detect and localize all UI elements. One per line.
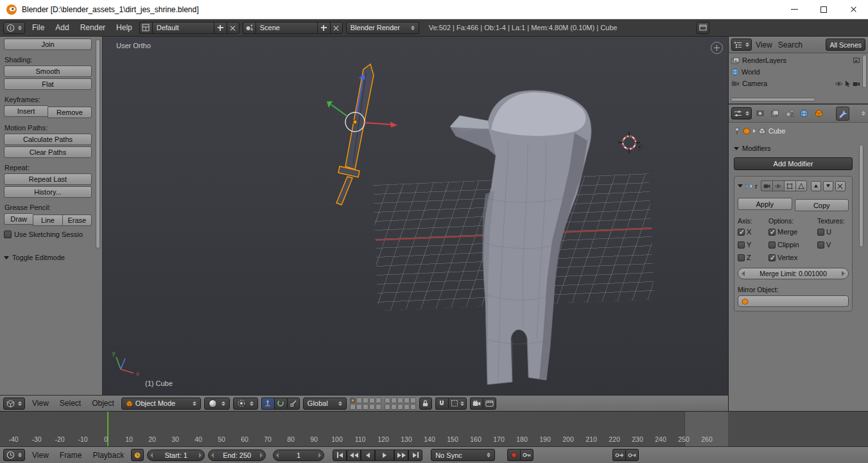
screen-browse-button[interactable]: [139, 22, 152, 34]
timeline-menu-frame[interactable]: Frame: [56, 451, 86, 460]
layer-cell[interactable]: [350, 397, 356, 403]
scene-add-button[interactable]: [317, 22, 330, 34]
axis-x-checkbox[interactable]: X: [738, 228, 767, 236]
renderlayer-toggle-icon[interactable]: [853, 57, 860, 64]
mirror-object-field[interactable]: [738, 295, 849, 307]
layer-cell[interactable]: [385, 404, 390, 410]
menu-add[interactable]: Add: [51, 23, 73, 32]
layer-cell[interactable]: [404, 397, 410, 403]
viewport-3d[interactable]: x y User Ortho (1) Cube: [103, 37, 728, 395]
history-button[interactable]: History...: [4, 186, 92, 198]
modifier-expand-icon[interactable]: [738, 184, 743, 188]
texture-u-checkbox[interactable]: U: [817, 228, 849, 236]
layer-cell[interactable]: [363, 404, 369, 410]
merge-checkbox[interactable]: Merge: [768, 228, 816, 236]
timeline-menu-view[interactable]: View: [28, 451, 53, 460]
modifier-name-field[interactable]: r: [755, 182, 758, 190]
layer-cell[interactable]: [369, 397, 375, 403]
prev-keyframe-button[interactable]: [347, 450, 361, 461]
layer-cell[interactable]: [397, 397, 403, 403]
outliner-item-camera[interactable]: Camera: [731, 78, 860, 89]
layer-cell[interactable]: [410, 397, 416, 403]
clipping-checkbox[interactable]: Clippin: [768, 241, 816, 249]
vertex-groups-checkbox[interactable]: Vertex: [768, 254, 816, 261]
modifier-apply-button[interactable]: Apply: [738, 198, 792, 210]
maximize-button[interactable]: [809, 0, 838, 19]
layer-cell[interactable]: [356, 397, 362, 403]
breadcrumb-data-icon[interactable]: [758, 127, 766, 135]
outliner-menu-view[interactable]: View: [754, 40, 774, 49]
layer-cell[interactable]: [397, 404, 403, 410]
layer-cell[interactable]: [350, 404, 356, 410]
snap-element-dropdown[interactable]: [448, 397, 467, 410]
modifier-render-toggle[interactable]: [761, 180, 772, 191]
manipulator-rotate-button[interactable]: [274, 397, 287, 410]
sword-object[interactable]: [336, 64, 374, 205]
opengl-render-button[interactable]: [470, 397, 483, 410]
chevron-down-icon[interactable]: [862, 111, 865, 116]
mesh-object[interactable]: [450, 91, 591, 385]
region-expand-button[interactable]: [711, 42, 723, 54]
outliner-hscrollbar[interactable]: [731, 98, 815, 101]
layer-cell[interactable]: [410, 404, 416, 410]
modifier-cage-toggle[interactable]: [795, 180, 807, 191]
editor-type-button-info[interactable]: [3, 22, 25, 34]
next-keyframe-button[interactable]: [394, 450, 408, 461]
scene-browse-button[interactable]: [243, 22, 256, 34]
modifier-copy-button[interactable]: Copy: [795, 199, 849, 211]
frame-start-field[interactable]: Start: 1: [147, 450, 205, 461]
jump-to-end-button[interactable]: [408, 450, 422, 461]
texture-v-checkbox[interactable]: V: [817, 241, 849, 249]
opengl-render-anim-button[interactable]: [483, 397, 496, 410]
layer-cell[interactable]: [369, 404, 375, 410]
properties-scrollbar[interactable]: [859, 144, 864, 247]
last-operator-panel-header[interactable]: Toggle Editmode: [4, 254, 92, 261]
field-right-arrow-icon[interactable]: [199, 453, 202, 458]
smooth-button[interactable]: Smooth: [4, 66, 92, 77]
eye-icon[interactable]: [835, 81, 843, 87]
menu-view3d-object[interactable]: Object: [88, 399, 118, 408]
delete-keyframe-button-header[interactable]: [625, 449, 639, 461]
use-sketching-checkbox[interactable]: Use Sketching Sessio: [4, 231, 92, 238]
modifier-move-up-button[interactable]: [811, 181, 821, 191]
layer-cell[interactable]: [404, 404, 410, 410]
render-restrict-icon[interactable]: [853, 81, 860, 87]
repeat-last-button[interactable]: Repeat Last: [4, 173, 92, 185]
field-left-arrow-icon[interactable]: [211, 453, 214, 458]
slider-left-arrow-icon[interactable]: [742, 271, 745, 276]
insert-keyframe-button[interactable]: Insert: [4, 105, 48, 117]
scene-name-field[interactable]: Scene: [256, 22, 317, 34]
screen-delete-button[interactable]: [227, 22, 239, 34]
timeline-menu-playback[interactable]: Playback: [89, 451, 128, 460]
viewport-canvas[interactable]: x y: [103, 37, 728, 395]
modifier-editmode-toggle[interactable]: [784, 180, 795, 191]
timeline-ruler[interactable]: -40-30-20-100102030405060708090100110120…: [0, 411, 868, 446]
viewport-shading-dropdown[interactable]: [204, 397, 230, 410]
modifier-realtime-toggle[interactable]: [772, 180, 784, 191]
field-left-arrow-icon[interactable]: [150, 453, 153, 458]
field-left-arrow-icon[interactable]: [276, 453, 279, 458]
layer-cell[interactable]: [391, 404, 397, 410]
layer-cell[interactable]: [385, 397, 390, 403]
use-preview-range-button[interactable]: [131, 449, 144, 461]
manipulator-translate-button[interactable]: [261, 397, 274, 410]
modifiers-panel-header[interactable]: Modifiers: [734, 144, 853, 152]
layer-cell[interactable]: [363, 397, 369, 403]
sync-dropdown[interactable]: No Sync: [431, 449, 495, 461]
current-frame-field[interactable]: 1: [273, 450, 324, 461]
editor-type-button-timeline[interactable]: [3, 449, 25, 461]
field-right-arrow-icon[interactable]: [260, 453, 263, 458]
selectable-arrow-icon[interactable]: [845, 80, 851, 87]
editor-type-button-outliner[interactable]: [731, 39, 752, 51]
screen-add-button[interactable]: [214, 22, 227, 34]
insert-keyframe-button-header[interactable]: [612, 449, 625, 461]
tab-render-layers[interactable]: [768, 107, 781, 121]
menu-render[interactable]: Render: [76, 23, 109, 32]
gp-erase-button[interactable]: Erase: [62, 214, 92, 226]
remove-keyframe-button[interactable]: Remove: [48, 107, 92, 118]
pin-icon[interactable]: [734, 127, 740, 135]
play-reverse-button[interactable]: [361, 450, 375, 461]
new-window-button[interactable]: [697, 22, 709, 34]
clear-paths-button[interactable]: Clear Paths: [4, 146, 92, 158]
flat-button[interactable]: Flat: [4, 78, 92, 90]
